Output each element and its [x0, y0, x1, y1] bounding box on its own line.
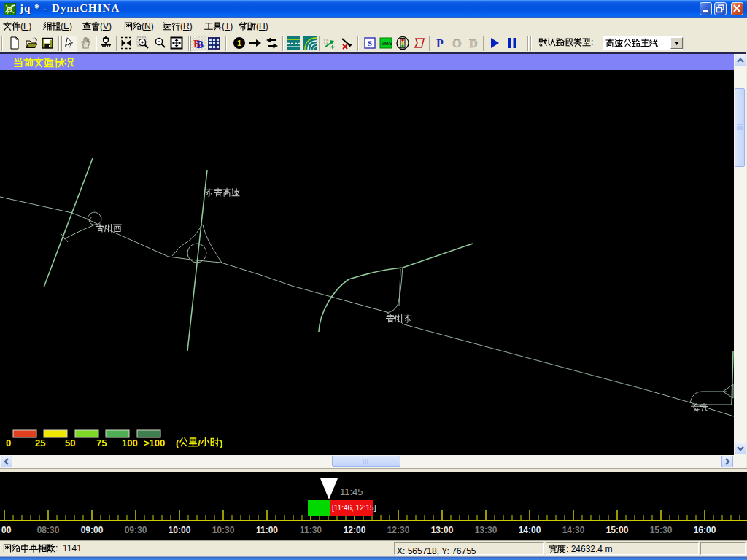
- svg-text:S: S: [368, 39, 372, 47]
- svg-text:P: P: [436, 37, 444, 50]
- svg-text:[11:46, 12:15]: [11:46, 12:15]: [332, 504, 376, 512]
- svg-text:O: O: [452, 37, 461, 50]
- svg-text:VMS: VMS: [381, 41, 392, 46]
- svg-text:D: D: [469, 37, 478, 50]
- svg-text:B: B: [196, 39, 204, 50]
- svg-text:1: 1: [237, 39, 241, 47]
- svg-text:11:45: 11:45: [340, 486, 363, 497]
